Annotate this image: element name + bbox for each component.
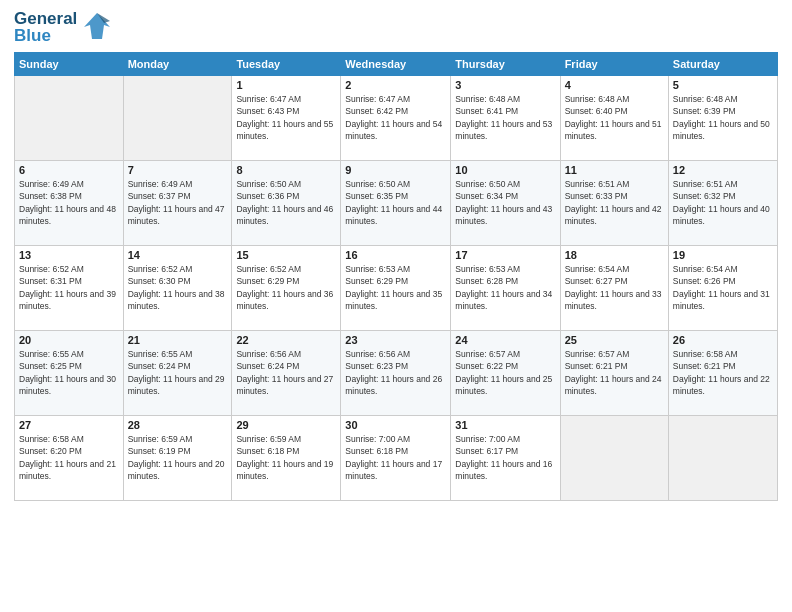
weekday-header-saturday: Saturday [668,53,777,76]
day-info: Sunrise: 6:50 AM Sunset: 6:35 PM Dayligh… [345,178,446,227]
day-cell: 14Sunrise: 6:52 AM Sunset: 6:30 PM Dayli… [123,246,232,331]
day-info: Sunrise: 6:49 AM Sunset: 6:37 PM Dayligh… [128,178,228,227]
day-number: 8 [236,164,336,176]
week-row-1: 1Sunrise: 6:47 AM Sunset: 6:43 PM Daylig… [15,76,778,161]
day-number: 31 [455,419,555,431]
day-info: Sunrise: 6:52 AM Sunset: 6:30 PM Dayligh… [128,263,228,312]
day-cell [123,76,232,161]
day-number: 6 [19,164,119,176]
week-row-5: 27Sunrise: 6:58 AM Sunset: 6:20 PM Dayli… [15,416,778,501]
day-cell: 23Sunrise: 6:56 AM Sunset: 6:23 PM Dayli… [341,331,451,416]
week-row-3: 13Sunrise: 6:52 AM Sunset: 6:31 PM Dayli… [15,246,778,331]
day-info: Sunrise: 6:48 AM Sunset: 6:41 PM Dayligh… [455,93,555,142]
day-cell: 11Sunrise: 6:51 AM Sunset: 6:33 PM Dayli… [560,161,668,246]
day-cell: 8Sunrise: 6:50 AM Sunset: 6:36 PM Daylig… [232,161,341,246]
day-number: 21 [128,334,228,346]
day-number: 5 [673,79,773,91]
day-cell: 4Sunrise: 6:48 AM Sunset: 6:40 PM Daylig… [560,76,668,161]
day-cell [668,416,777,501]
weekday-header-thursday: Thursday [451,53,560,76]
day-info: Sunrise: 6:55 AM Sunset: 6:24 PM Dayligh… [128,348,228,397]
day-number: 13 [19,249,119,261]
day-cell: 7Sunrise: 6:49 AM Sunset: 6:37 PM Daylig… [123,161,232,246]
day-cell: 13Sunrise: 6:52 AM Sunset: 6:31 PM Dayli… [15,246,124,331]
calendar-table: SundayMondayTuesdayWednesdayThursdayFrid… [14,52,778,501]
day-info: Sunrise: 6:49 AM Sunset: 6:38 PM Dayligh… [19,178,119,227]
logo-bird-icon [82,11,112,43]
day-info: Sunrise: 6:51 AM Sunset: 6:32 PM Dayligh… [673,178,773,227]
day-number: 7 [128,164,228,176]
week-row-4: 20Sunrise: 6:55 AM Sunset: 6:25 PM Dayli… [15,331,778,416]
day-cell [560,416,668,501]
day-number: 3 [455,79,555,91]
day-cell: 30Sunrise: 7:00 AM Sunset: 6:18 PM Dayli… [341,416,451,501]
day-info: Sunrise: 6:56 AM Sunset: 6:24 PM Dayligh… [236,348,336,397]
day-cell: 21Sunrise: 6:55 AM Sunset: 6:24 PM Dayli… [123,331,232,416]
day-number: 22 [236,334,336,346]
day-info: Sunrise: 6:48 AM Sunset: 6:40 PM Dayligh… [565,93,664,142]
day-info: Sunrise: 6:53 AM Sunset: 6:28 PM Dayligh… [455,263,555,312]
day-info: Sunrise: 6:50 AM Sunset: 6:36 PM Dayligh… [236,178,336,227]
day-cell: 25Sunrise: 6:57 AM Sunset: 6:21 PM Dayli… [560,331,668,416]
day-cell: 3Sunrise: 6:48 AM Sunset: 6:41 PM Daylig… [451,76,560,161]
day-number: 17 [455,249,555,261]
day-cell: 28Sunrise: 6:59 AM Sunset: 6:19 PM Dayli… [123,416,232,501]
day-info: Sunrise: 7:00 AM Sunset: 6:18 PM Dayligh… [345,433,446,482]
logo-general: General [14,10,77,27]
day-cell: 2Sunrise: 6:47 AM Sunset: 6:42 PM Daylig… [341,76,451,161]
day-cell: 31Sunrise: 7:00 AM Sunset: 6:17 PM Dayli… [451,416,560,501]
day-info: Sunrise: 6:58 AM Sunset: 6:21 PM Dayligh… [673,348,773,397]
day-number: 2 [345,79,446,91]
weekday-header-tuesday: Tuesday [232,53,341,76]
day-cell: 27Sunrise: 6:58 AM Sunset: 6:20 PM Dayli… [15,416,124,501]
day-info: Sunrise: 6:59 AM Sunset: 6:19 PM Dayligh… [128,433,228,482]
day-number: 30 [345,419,446,431]
day-cell: 20Sunrise: 6:55 AM Sunset: 6:25 PM Dayli… [15,331,124,416]
day-cell: 22Sunrise: 6:56 AM Sunset: 6:24 PM Dayli… [232,331,341,416]
day-info: Sunrise: 6:51 AM Sunset: 6:33 PM Dayligh… [565,178,664,227]
day-cell: 16Sunrise: 6:53 AM Sunset: 6:29 PM Dayli… [341,246,451,331]
header: General Blue [14,10,778,44]
day-number: 29 [236,419,336,431]
day-info: Sunrise: 6:55 AM Sunset: 6:25 PM Dayligh… [19,348,119,397]
day-cell: 17Sunrise: 6:53 AM Sunset: 6:28 PM Dayli… [451,246,560,331]
day-cell: 10Sunrise: 6:50 AM Sunset: 6:34 PM Dayli… [451,161,560,246]
day-info: Sunrise: 6:56 AM Sunset: 6:23 PM Dayligh… [345,348,446,397]
calendar-container: General Blue SundayMondayTuesdayWednesda… [0,0,792,612]
weekday-header-sunday: Sunday [15,53,124,76]
day-info: Sunrise: 6:47 AM Sunset: 6:43 PM Dayligh… [236,93,336,142]
day-number: 27 [19,419,119,431]
day-number: 25 [565,334,664,346]
weekday-header-row: SundayMondayTuesdayWednesdayThursdayFrid… [15,53,778,76]
day-info: Sunrise: 6:54 AM Sunset: 6:26 PM Dayligh… [673,263,773,312]
day-cell: 19Sunrise: 6:54 AM Sunset: 6:26 PM Dayli… [668,246,777,331]
day-cell: 26Sunrise: 6:58 AM Sunset: 6:21 PM Dayli… [668,331,777,416]
day-info: Sunrise: 6:53 AM Sunset: 6:29 PM Dayligh… [345,263,446,312]
svg-marker-0 [84,13,110,39]
day-cell: 18Sunrise: 6:54 AM Sunset: 6:27 PM Dayli… [560,246,668,331]
day-cell: 6Sunrise: 6:49 AM Sunset: 6:38 PM Daylig… [15,161,124,246]
day-number: 10 [455,164,555,176]
day-number: 4 [565,79,664,91]
day-info: Sunrise: 6:58 AM Sunset: 6:20 PM Dayligh… [19,433,119,482]
day-cell: 5Sunrise: 6:48 AM Sunset: 6:39 PM Daylig… [668,76,777,161]
day-cell: 12Sunrise: 6:51 AM Sunset: 6:32 PM Dayli… [668,161,777,246]
day-number: 26 [673,334,773,346]
day-info: Sunrise: 6:57 AM Sunset: 6:21 PM Dayligh… [565,348,664,397]
day-number: 28 [128,419,228,431]
logo-blue: Blue [14,27,77,44]
day-number: 24 [455,334,555,346]
day-cell [15,76,124,161]
day-number: 14 [128,249,228,261]
day-cell: 24Sunrise: 6:57 AM Sunset: 6:22 PM Dayli… [451,331,560,416]
week-row-2: 6Sunrise: 6:49 AM Sunset: 6:38 PM Daylig… [15,161,778,246]
day-number: 9 [345,164,446,176]
weekday-header-wednesday: Wednesday [341,53,451,76]
day-info: Sunrise: 6:50 AM Sunset: 6:34 PM Dayligh… [455,178,555,227]
day-cell: 15Sunrise: 6:52 AM Sunset: 6:29 PM Dayli… [232,246,341,331]
day-info: Sunrise: 6:59 AM Sunset: 6:18 PM Dayligh… [236,433,336,482]
day-number: 23 [345,334,446,346]
day-number: 19 [673,249,773,261]
day-number: 16 [345,249,446,261]
day-number: 11 [565,164,664,176]
